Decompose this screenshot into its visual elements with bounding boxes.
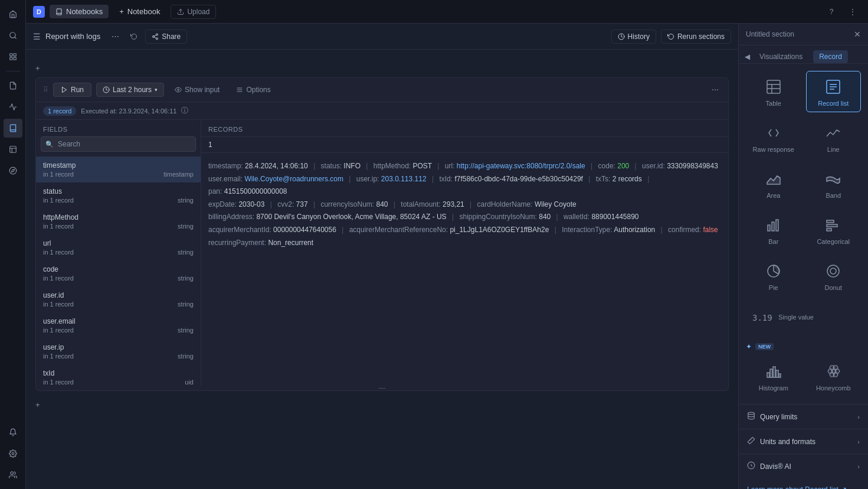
collapse-sidebar-icon[interactable]: ☰ xyxy=(33,32,41,41)
history-button[interactable]: History xyxy=(611,30,656,44)
more-options-icon[interactable]: ⋮ xyxy=(844,4,861,20)
svg-rect-48 xyxy=(773,367,775,377)
collapse-right-icon[interactable]: ◀ xyxy=(745,53,750,61)
field-item[interactable]: user.id in 1 record string xyxy=(36,286,201,312)
add-cell-top-button[interactable]: + xyxy=(35,59,40,77)
tab-new-notebook[interactable]: + Notebook xyxy=(113,5,166,18)
resize-handle[interactable]: — xyxy=(36,386,728,390)
record-content: timestamp: 28.4.2024, 14:06:10 | status:… xyxy=(201,153,728,386)
new-viz-grid: Histogram xyxy=(739,353,868,404)
svg-rect-49 xyxy=(776,370,778,377)
davis-ai-chevron: › xyxy=(857,463,860,470)
sidebar-icon-alerts[interactable] xyxy=(4,423,22,442)
rerun-sections-button[interactable]: Rerun sections xyxy=(661,30,731,44)
field-item[interactable]: txId in 1 record uid xyxy=(36,364,201,386)
cell-more-icon[interactable]: ⋯ xyxy=(709,83,721,96)
svg-line-1 xyxy=(14,37,16,39)
run-button[interactable]: Run xyxy=(53,83,91,97)
tab-visualizations[interactable]: Visualizations xyxy=(754,50,808,63)
viz-item-categorical[interactable]: Categorical xyxy=(806,209,862,250)
sidebar-icon-logs[interactable] xyxy=(4,76,22,95)
query-limits-header[interactable]: Query limits › xyxy=(739,405,868,429)
svg-rect-5 xyxy=(14,57,16,60)
learn-more-link[interactable]: Learn more about Record list ↗ xyxy=(739,478,868,489)
sidebar-icon-settings[interactable] xyxy=(4,444,22,463)
sidebar-icon-search[interactable] xyxy=(4,26,22,45)
records-header: Records xyxy=(201,120,728,137)
svg-rect-39 xyxy=(827,229,831,231)
field-item[interactable]: status in 1 record string xyxy=(36,182,201,208)
svg-line-18 xyxy=(155,35,156,36)
time-range-button[interactable]: Last 2 hours ▾ xyxy=(96,83,164,97)
field-item[interactable]: user.email in 1 record string xyxy=(36,312,201,338)
notebook-more-icon[interactable]: ⋯ xyxy=(107,29,123,44)
histogram-icon xyxy=(763,361,784,382)
field-item[interactable]: url in 1 record string xyxy=(36,234,201,260)
viz-item-area[interactable]: Area xyxy=(746,163,801,204)
share-button[interactable]: Share xyxy=(145,30,187,44)
status-info-bar: 1 record Executed at: 23.9.2024, 14:06:1… xyxy=(36,102,728,120)
units-formats-header[interactable]: Units and formats › xyxy=(739,429,868,454)
sidebar-icon-explore[interactable] xyxy=(4,161,22,180)
svg-rect-46 xyxy=(767,373,769,377)
tab-notebooks[interactable]: Notebooks xyxy=(50,5,109,18)
tab-record[interactable]: Record xyxy=(813,50,848,63)
info-icon[interactable]: ⓘ xyxy=(181,106,188,116)
btn-upload[interactable]: Upload xyxy=(171,5,216,19)
viz-item-honeycomb[interactable]: Honeycomb xyxy=(806,356,862,397)
svg-point-9 xyxy=(9,167,17,174)
records-panel: Records 1 timestamp: 28.4.2024, 14:06:10… xyxy=(201,120,728,386)
svg-rect-2 xyxy=(9,54,12,56)
notebook-sync-icon[interactable] xyxy=(126,29,142,44)
options-button[interactable]: Options xyxy=(230,83,276,96)
davis-ai-header[interactable]: Davis® AI › xyxy=(739,454,868,478)
fields-header: Fields xyxy=(36,120,201,136)
viz-histogram-label: Histogram xyxy=(759,384,788,392)
viz-item-table[interactable]: Table xyxy=(746,71,801,112)
sidebar-icon-notebooks[interactable] xyxy=(4,119,22,138)
viz-item-donut[interactable]: Donut xyxy=(806,255,862,296)
viz-item-record-list[interactable]: Record list xyxy=(806,71,862,112)
viz-pie-label: Pie xyxy=(769,284,778,291)
viz-item-raw[interactable]: Raw response xyxy=(746,117,801,158)
field-item[interactable]: code in 1 record string xyxy=(36,260,201,286)
left-sidebar xyxy=(0,0,26,489)
new-section-header: ✦ NEW xyxy=(739,340,868,353)
sidebar-icon-dashboards[interactable] xyxy=(4,140,22,159)
svg-line-59 xyxy=(749,440,750,441)
field-item[interactable]: user.ip in 1 record string xyxy=(36,338,201,364)
viz-item-pie[interactable]: Pie xyxy=(746,255,801,296)
sidebar-icon-community[interactable] xyxy=(4,465,22,484)
sidebar-icon-menu[interactable] xyxy=(4,47,22,66)
query-limits-chevron: › xyxy=(857,413,860,420)
svg-rect-47 xyxy=(770,369,772,377)
sidebar-icon-metrics[interactable] xyxy=(4,97,22,116)
viz-donut-label: Donut xyxy=(825,284,842,291)
help-icon[interactable]: ? xyxy=(823,4,840,20)
units-formats-section: Units and formats › xyxy=(739,429,868,454)
viz-item-single-value[interactable]: 3.19 Single value xyxy=(746,301,861,333)
viz-single-value-label: Single value xyxy=(778,314,814,321)
record-row-3: expDate: 2030-03 | cvv2: 737 | currencyI… xyxy=(208,198,721,211)
field-item[interactable]: timestamp in 1 record timestamp xyxy=(36,157,201,182)
viz-item-histogram[interactable]: Histogram xyxy=(746,356,801,397)
show-input-button[interactable]: Show input xyxy=(169,83,225,96)
svg-rect-50 xyxy=(779,374,781,377)
viz-item-bar[interactable]: Bar xyxy=(746,209,801,250)
record-row-6: recurringPayment: Non_recurrent xyxy=(208,237,721,250)
sidebar-icon-home[interactable] xyxy=(4,5,22,24)
viz-item-band[interactable]: Band xyxy=(806,163,862,204)
band-icon xyxy=(823,168,844,190)
viz-item-line[interactable]: Line xyxy=(806,117,862,158)
fields-search-input[interactable] xyxy=(41,136,196,152)
viz-tabs: Visualizations Record xyxy=(754,50,862,63)
close-panel-icon[interactable]: ✕ xyxy=(854,30,861,39)
viz-honeycomb-label: Honeycomb xyxy=(816,384,851,392)
drag-handle-icon[interactable]: ⠿ xyxy=(43,86,48,94)
add-cell-bottom-button[interactable]: + xyxy=(35,396,40,414)
viz-bar-label: Bar xyxy=(768,238,778,245)
field-item[interactable]: httpMethod in 1 record string xyxy=(36,208,201,234)
viz-band-label: Band xyxy=(826,192,841,199)
svg-line-60 xyxy=(751,439,751,439)
record-row-2: user.email: Wile.Coyote@roadrunners.com … xyxy=(208,173,721,198)
